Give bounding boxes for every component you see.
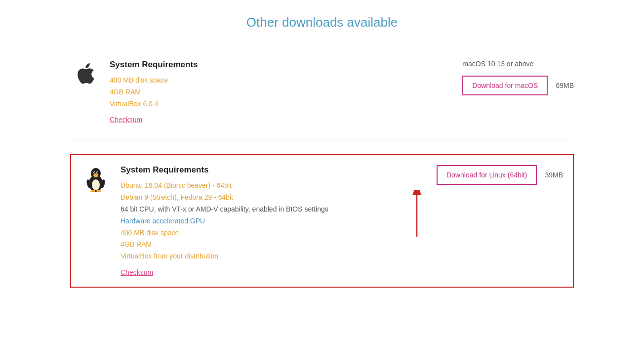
macos-checksum-link[interactable]: Checksum xyxy=(110,116,142,124)
red-arrow-annotation xyxy=(387,190,427,239)
macos-req3: VirtualBox 6.0.4 xyxy=(110,98,443,110)
linux-requirements: System Requirements Ubuntu 18.04 (Bionic… xyxy=(111,165,417,277)
macos-os-requirement: macOS 10.13 or above xyxy=(462,60,533,68)
macos-file-size: 69MB xyxy=(556,82,574,89)
apple-icon xyxy=(70,60,100,85)
svg-point-1 xyxy=(92,179,100,190)
page-title: Other downloads available xyxy=(70,15,574,30)
macos-section: System Requirements 400 MB disk space 4G… xyxy=(70,50,574,139)
linux-req4: Hardware accelerated GPU xyxy=(121,215,417,227)
linux-checksum-link[interactable]: Checksum xyxy=(121,268,153,276)
svg-point-7 xyxy=(97,172,98,173)
linux-section: System Requirements Ubuntu 18.04 (Bionic… xyxy=(81,165,563,277)
linux-section-title: System Requirements xyxy=(121,165,417,175)
macos-req2: 4GB RAM xyxy=(110,86,443,98)
linux-section-wrapper: System Requirements Ubuntu 18.04 (Bionic… xyxy=(70,154,574,288)
linux-req7: VirtualBox from your distribution xyxy=(121,251,417,262)
linux-file-size: 39MB xyxy=(545,171,563,179)
svg-point-3 xyxy=(93,173,98,177)
macos-download-row: Download for macOS 69MB xyxy=(462,76,574,95)
linux-req2: Debian 9 (Stretch), Fedora 29 - 64bit xyxy=(121,192,417,204)
svg-point-6 xyxy=(94,172,95,173)
macos-requirements: System Requirements 400 MB disk space 4G… xyxy=(100,60,443,124)
macos-download-action: macOS 10.13 or above Download for macOS … xyxy=(443,60,574,95)
linux-req6: 4GB RAM xyxy=(121,239,417,251)
linux-download-action: Download for Linux (64bit) 39MB xyxy=(417,165,563,185)
macos-section-title: System Requirements xyxy=(110,60,443,70)
macos-download-button[interactable]: Download for macOS xyxy=(462,76,548,95)
macos-req1: 400 MB disk space xyxy=(110,75,443,86)
linux-download-row: Download for Linux (64bit) 39MB xyxy=(437,165,563,185)
tux-icon xyxy=(81,165,111,192)
linux-req5: 400 MB disk space xyxy=(121,227,417,239)
linux-req3: 64 bit CPU, with VT-x or AMD-V capabilit… xyxy=(121,204,417,215)
linux-download-button[interactable]: Download for Linux (64bit) xyxy=(437,165,537,185)
linux-req1: Ubuntu 18.04 (Bionic beaver) - 64bit xyxy=(121,180,417,192)
